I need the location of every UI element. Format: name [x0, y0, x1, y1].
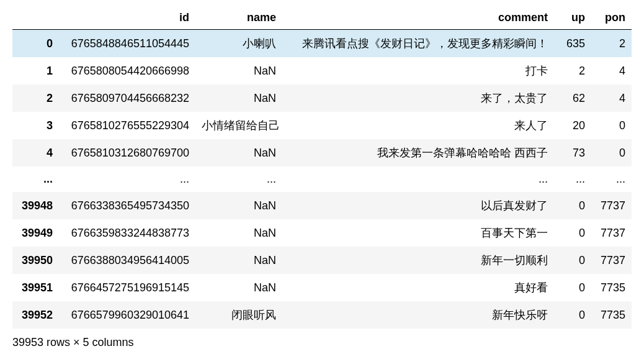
- cell-comment: 真好看: [282, 274, 554, 301]
- cell-up: 0: [554, 301, 591, 329]
- table-row: 399496766359833244838773NaN百事天下第一07737: [12, 219, 632, 247]
- table-row: 16765808054420666998NaN打卡24: [12, 57, 632, 84]
- table-row: 399486766338365495734350NaN以后真发财了07737: [12, 192, 632, 219]
- cell-id: 6765809704456668232: [59, 84, 195, 112]
- dataframe-table: id name comment up pon 06765848846511054…: [12, 6, 632, 329]
- cell-index: 1: [12, 57, 59, 84]
- table-row: 399526766579960329010641闭眼听风新年快乐呀07735: [12, 301, 632, 329]
- table-row: 46765810312680769700NaN我来发第一条弹幕哈哈哈哈 西西子7…: [12, 139, 632, 166]
- table-row: 399516766457275196915145NaN真好看07735: [12, 274, 632, 301]
- cell-name: NaN: [195, 192, 282, 219]
- cell-pon: 7735: [591, 301, 632, 329]
- col-pon: pon: [591, 6, 632, 30]
- cell-pon: 7737: [591, 219, 632, 247]
- cell-id: 6765808054420666998: [59, 57, 195, 84]
- cell-index: 39948: [12, 192, 59, 219]
- table-body: 06765848846511054445小喇叭来腾讯看点搜《发财日记》，发现更多…: [12, 30, 632, 329]
- ellipsis-cell: ...: [591, 166, 632, 192]
- cell-pon: 4: [591, 57, 632, 84]
- cell-up: 73: [554, 139, 591, 166]
- cell-index: 0: [12, 30, 59, 58]
- cell-id: 6766338365495734350: [59, 192, 195, 219]
- ellipsis-row: ..................: [12, 166, 632, 192]
- table-row: 36765810276555229304小情绪留给自己来人了200: [12, 112, 632, 139]
- cell-up: 0: [554, 274, 591, 301]
- cell-name: 小情绪留给自己: [195, 112, 282, 139]
- ellipsis-cell: ...: [59, 166, 195, 192]
- cell-comment: 新年一切顺利: [282, 247, 554, 274]
- cell-index: 2: [12, 84, 59, 112]
- cell-up: 0: [554, 192, 591, 219]
- cell-name: NaN: [195, 57, 282, 84]
- header-row: id name comment up pon: [12, 6, 632, 30]
- cell-name: NaN: [195, 219, 282, 247]
- ellipsis-cell: ...: [282, 166, 554, 192]
- cell-index: 39951: [12, 274, 59, 301]
- table-row: 399506766388034956414005NaN新年一切顺利07737: [12, 247, 632, 274]
- cell-id: 6766359833244838773: [59, 219, 195, 247]
- col-up: up: [554, 6, 591, 30]
- cell-pon: 0: [591, 112, 632, 139]
- cell-up: 62: [554, 84, 591, 112]
- cell-comment: 来了，太贵了: [282, 84, 554, 112]
- cell-pon: 0: [591, 139, 632, 166]
- cell-id: 6766388034956414005: [59, 247, 195, 274]
- cell-pon: 4: [591, 84, 632, 112]
- cell-comment: 百事天下第一: [282, 219, 554, 247]
- cell-comment: 来腾讯看点搜《发财日记》，发现更多精彩瞬间！: [282, 30, 554, 58]
- cell-index: 39950: [12, 247, 59, 274]
- cell-index: 3: [12, 112, 59, 139]
- cell-id: 6765848846511054445: [59, 30, 195, 58]
- cell-id: 6766579960329010641: [59, 301, 195, 329]
- cell-pon: 7737: [591, 247, 632, 274]
- cell-comment: 打卡: [282, 57, 554, 84]
- ellipsis-cell: ...: [195, 166, 282, 192]
- cell-name: 小喇叭: [195, 30, 282, 58]
- col-comment: comment: [282, 6, 554, 30]
- cell-comment: 新年快乐呀: [282, 301, 554, 329]
- ellipsis-cell: ...: [12, 166, 59, 192]
- cell-comment: 来人了: [282, 112, 554, 139]
- cell-id: 6766457275196915145: [59, 274, 195, 301]
- col-index: [12, 6, 59, 30]
- table-row: 06765848846511054445小喇叭来腾讯看点搜《发财日记》，发现更多…: [12, 30, 632, 58]
- cell-id: 6765810312680769700: [59, 139, 195, 166]
- cell-name: NaN: [195, 247, 282, 274]
- table-row: 26765809704456668232NaN来了，太贵了624: [12, 84, 632, 112]
- col-name: name: [195, 6, 282, 30]
- cell-name: NaN: [195, 139, 282, 166]
- ellipsis-cell: ...: [554, 166, 591, 192]
- cell-up: 20: [554, 112, 591, 139]
- cell-pon: 7735: [591, 274, 632, 301]
- cell-pon: 7737: [591, 192, 632, 219]
- cell-comment: 以后真发财了: [282, 192, 554, 219]
- cell-name: NaN: [195, 84, 282, 112]
- shape-footer: 39953 rows × 5 columns: [12, 336, 632, 349]
- cell-id: 6765810276555229304: [59, 112, 195, 139]
- cell-index: 4: [12, 139, 59, 166]
- cell-pon: 2: [591, 30, 632, 58]
- cell-comment: 我来发第一条弹幕哈哈哈哈 西西子: [282, 139, 554, 166]
- cell-up: 0: [554, 247, 591, 274]
- cell-up: 0: [554, 219, 591, 247]
- cell-up: 635: [554, 30, 591, 58]
- col-id: id: [59, 6, 195, 30]
- cell-up: 2: [554, 57, 591, 84]
- cell-index: 39952: [12, 301, 59, 329]
- cell-index: 39949: [12, 219, 59, 247]
- cell-name: NaN: [195, 274, 282, 301]
- cell-name: 闭眼听风: [195, 301, 282, 329]
